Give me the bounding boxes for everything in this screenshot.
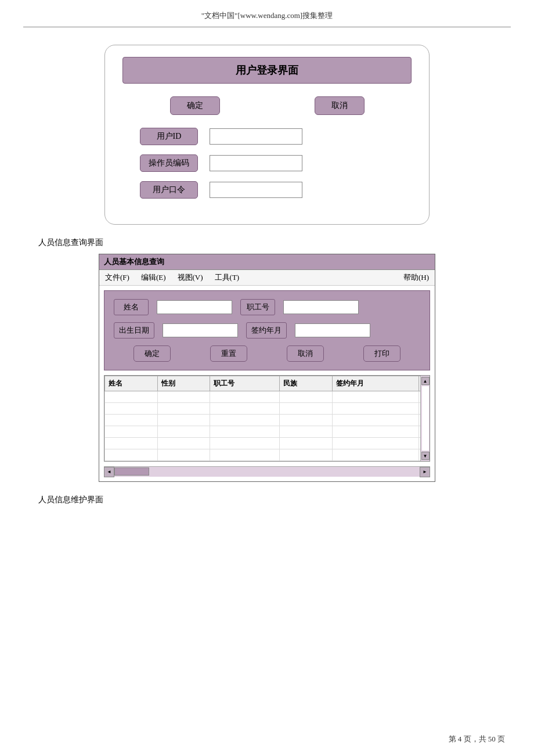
login-userid-row: 用户ID [122, 128, 412, 145]
col-empid: 职工号 [210, 376, 280, 391]
scroll-right-arrow[interactable]: ► [420, 467, 430, 477]
query-confirm-button[interactable]: 确定 [134, 345, 171, 362]
label-empid: 职工号 [240, 299, 275, 315]
query-cancel-button[interactable]: 取消 [287, 345, 324, 362]
menu-help[interactable]: 帮助(H) [403, 272, 429, 283]
login-title: 用户登录界面 [122, 57, 412, 84]
menu-tools[interactable]: 工具(T) [215, 272, 240, 283]
login-password-input[interactable] [210, 182, 302, 198]
login-confirm-button[interactable]: 确定 [170, 96, 220, 115]
input-birthdate[interactable] [163, 323, 238, 337]
table-row [105, 438, 430, 449]
login-opcode-input[interactable] [210, 155, 302, 171]
scroll-left-arrow[interactable]: ◄ [104, 467, 114, 477]
table-row [105, 449, 430, 461]
query-reset-button[interactable]: 重置 [210, 345, 247, 362]
query-section: 人员基本信息查询 文件(F) 编辑(E) 视图(V) 工具(T) 帮助(H) 姓… [99, 254, 435, 482]
login-userid-input[interactable] [210, 128, 302, 145]
login-cancel-button[interactable]: 取消 [315, 96, 365, 115]
scroll-down-arrow[interactable]: ▼ [421, 452, 430, 460]
login-opcode-row: 操作员编码 [122, 154, 412, 172]
vertical-scrollbar[interactable]: ▲ ▼ [420, 376, 430, 461]
horizontal-scrollbar[interactable]: ◄ ► [104, 466, 430, 477]
scroll-h-track [114, 467, 420, 477]
col-signdate: 签约年月 [332, 376, 418, 391]
input-empid[interactable] [283, 300, 359, 314]
input-name[interactable] [157, 300, 232, 314]
login-buttons-row: 确定 取消 [122, 96, 412, 115]
label-signdate: 签约年月 [246, 322, 287, 339]
login-dialog: 用户登录界面 确定 取消 用户ID 操作员编码 用户口令 [104, 45, 430, 225]
menu-view[interactable]: 视图(V) [178, 272, 203, 283]
query-form-row1: 姓名 职工号 [114, 299, 420, 315]
query-form-area: 姓名 职工号 出生日期 签约年月 确定 重置 取消 打印 [104, 290, 430, 370]
login-userid-label: 用户ID [140, 128, 198, 145]
page-footer: 第 4 页，共 50 页 [449, 734, 506, 744]
scroll-h-thumb[interactable] [114, 467, 149, 476]
query-menubar: 文件(F) 编辑(E) 视图(V) 工具(T) 帮助(H) [99, 270, 435, 286]
table-row [105, 391, 430, 403]
menu-file[interactable]: 文件(F) [105, 272, 129, 283]
login-section: 用户登录界面 确定 取消 用户ID 操作员编码 用户口令 [104, 45, 430, 225]
login-password-row: 用户口令 [122, 181, 412, 199]
table-header-row: 姓名 性别 职工号 民族 签约年月 [105, 376, 430, 391]
input-signdate[interactable] [295, 323, 370, 337]
label-name: 姓名 [114, 299, 149, 315]
query-form-row2: 出生日期 签约年月 [114, 322, 420, 339]
login-opcode-label: 操作员编码 [140, 154, 198, 172]
query-action-row: 确定 重置 取消 打印 [114, 345, 420, 362]
table-row [105, 415, 430, 426]
query-table: 姓名 性别 职工号 民族 签约年月 [104, 376, 430, 461]
menu-left: 文件(F) 编辑(E) 视图(V) 工具(T) [105, 272, 239, 283]
col-gender: 性别 [157, 376, 210, 391]
page-header: "文档中国"[www.wendang.com]搜集整理 [23, 0, 511, 27]
col-name: 姓名 [105, 376, 158, 391]
scroll-thumb[interactable] [422, 386, 429, 451]
query-window: 人员基本信息查询 文件(F) 编辑(E) 视图(V) 工具(T) 帮助(H) 姓… [99, 254, 435, 482]
label-birthdate: 出生日期 [114, 322, 154, 339]
query-table-wrap: 姓名 性别 职工号 民族 签约年月 [104, 375, 430, 462]
query-section-label: 人员信息查询界面 [38, 237, 534, 248]
login-password-label: 用户口令 [140, 181, 198, 199]
table-row [105, 403, 430, 415]
scroll-up-arrow[interactable]: ▲ [421, 377, 430, 385]
query-titlebar: 人员基本信息查询 [99, 254, 435, 270]
col-ethnicity: 民族 [280, 376, 333, 391]
maintenance-section-label: 人员信息维护界面 [38, 495, 534, 505]
query-print-button[interactable]: 打印 [363, 345, 400, 362]
menu-edit[interactable]: 编辑(E) [141, 272, 166, 283]
table-row [105, 426, 430, 438]
